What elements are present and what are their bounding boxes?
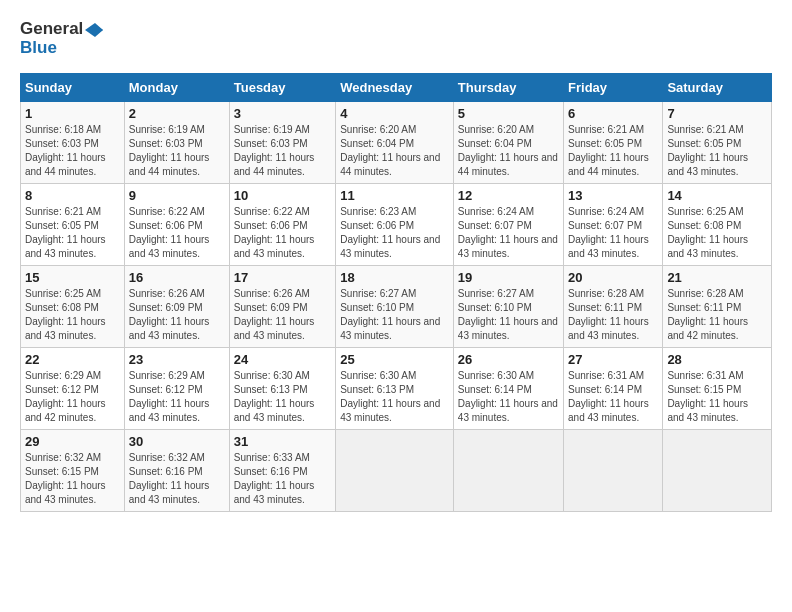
day-info: Sunrise: 6:33 AMSunset: 6:16 PMDaylight:… — [234, 451, 331, 507]
day-number: 14 — [667, 188, 767, 203]
day-number: 28 — [667, 352, 767, 367]
day-info: Sunrise: 6:20 AMSunset: 6:04 PMDaylight:… — [340, 123, 449, 179]
day-number: 24 — [234, 352, 331, 367]
calendar-cell: 21Sunrise: 6:28 AMSunset: 6:11 PMDayligh… — [663, 266, 772, 348]
calendar-cell: 15Sunrise: 6:25 AMSunset: 6:08 PMDayligh… — [21, 266, 125, 348]
day-number: 19 — [458, 270, 559, 285]
day-info: Sunrise: 6:30 AMSunset: 6:13 PMDaylight:… — [340, 369, 449, 425]
calendar-cell — [336, 430, 454, 512]
logo-general: General — [20, 20, 103, 39]
calendar-week-2: 8Sunrise: 6:21 AMSunset: 6:05 PMDaylight… — [21, 184, 772, 266]
day-info: Sunrise: 6:28 AMSunset: 6:11 PMDaylight:… — [568, 287, 658, 343]
calendar-cell: 24Sunrise: 6:30 AMSunset: 6:13 PMDayligh… — [229, 348, 335, 430]
calendar-table: SundayMondayTuesdayWednesdayThursdayFrid… — [20, 73, 772, 512]
day-info: Sunrise: 6:29 AMSunset: 6:12 PMDaylight:… — [129, 369, 225, 425]
day-info: Sunrise: 6:23 AMSunset: 6:06 PMDaylight:… — [340, 205, 449, 261]
page-header: General Blue — [20, 20, 772, 57]
day-info: Sunrise: 6:31 AMSunset: 6:14 PMDaylight:… — [568, 369, 658, 425]
calendar-week-3: 15Sunrise: 6:25 AMSunset: 6:08 PMDayligh… — [21, 266, 772, 348]
day-info: Sunrise: 6:19 AMSunset: 6:03 PMDaylight:… — [234, 123, 331, 179]
day-info: Sunrise: 6:24 AMSunset: 6:07 PMDaylight:… — [458, 205, 559, 261]
header-tuesday: Tuesday — [229, 74, 335, 102]
day-number: 5 — [458, 106, 559, 121]
day-info: Sunrise: 6:32 AMSunset: 6:16 PMDaylight:… — [129, 451, 225, 507]
day-info: Sunrise: 6:24 AMSunset: 6:07 PMDaylight:… — [568, 205, 658, 261]
calendar-cell: 2Sunrise: 6:19 AMSunset: 6:03 PMDaylight… — [124, 102, 229, 184]
calendar-cell: 3Sunrise: 6:19 AMSunset: 6:03 PMDaylight… — [229, 102, 335, 184]
day-number: 12 — [458, 188, 559, 203]
calendar-cell: 19Sunrise: 6:27 AMSunset: 6:10 PMDayligh… — [453, 266, 563, 348]
day-number: 21 — [667, 270, 767, 285]
day-number: 7 — [667, 106, 767, 121]
day-info: Sunrise: 6:31 AMSunset: 6:15 PMDaylight:… — [667, 369, 767, 425]
day-number: 30 — [129, 434, 225, 449]
day-number: 17 — [234, 270, 331, 285]
day-info: Sunrise: 6:29 AMSunset: 6:12 PMDaylight:… — [25, 369, 120, 425]
calendar-cell: 10Sunrise: 6:22 AMSunset: 6:06 PMDayligh… — [229, 184, 335, 266]
day-info: Sunrise: 6:21 AMSunset: 6:05 PMDaylight:… — [667, 123, 767, 179]
day-number: 27 — [568, 352, 658, 367]
header-thursday: Thursday — [453, 74, 563, 102]
calendar-week-5: 29Sunrise: 6:32 AMSunset: 6:15 PMDayligh… — [21, 430, 772, 512]
day-info: Sunrise: 6:26 AMSunset: 6:09 PMDaylight:… — [234, 287, 331, 343]
day-number: 6 — [568, 106, 658, 121]
day-number: 4 — [340, 106, 449, 121]
header-sunday: Sunday — [21, 74, 125, 102]
calendar-week-4: 22Sunrise: 6:29 AMSunset: 6:12 PMDayligh… — [21, 348, 772, 430]
day-info: Sunrise: 6:27 AMSunset: 6:10 PMDaylight:… — [340, 287, 449, 343]
day-info: Sunrise: 6:27 AMSunset: 6:10 PMDaylight:… — [458, 287, 559, 343]
calendar-cell: 4Sunrise: 6:20 AMSunset: 6:04 PMDaylight… — [336, 102, 454, 184]
day-number: 31 — [234, 434, 331, 449]
calendar-cell: 28Sunrise: 6:31 AMSunset: 6:15 PMDayligh… — [663, 348, 772, 430]
header-wednesday: Wednesday — [336, 74, 454, 102]
header-friday: Friday — [564, 74, 663, 102]
day-info: Sunrise: 6:19 AMSunset: 6:03 PMDaylight:… — [129, 123, 225, 179]
logo-mark: General Blue — [20, 20, 103, 57]
calendar-cell: 9Sunrise: 6:22 AMSunset: 6:06 PMDaylight… — [124, 184, 229, 266]
day-info: Sunrise: 6:30 AMSunset: 6:14 PMDaylight:… — [458, 369, 559, 425]
day-number: 9 — [129, 188, 225, 203]
calendar-cell: 6Sunrise: 6:21 AMSunset: 6:05 PMDaylight… — [564, 102, 663, 184]
calendar-cell: 16Sunrise: 6:26 AMSunset: 6:09 PMDayligh… — [124, 266, 229, 348]
calendar-cell: 8Sunrise: 6:21 AMSunset: 6:05 PMDaylight… — [21, 184, 125, 266]
calendar-cell: 5Sunrise: 6:20 AMSunset: 6:04 PMDaylight… — [453, 102, 563, 184]
day-info: Sunrise: 6:22 AMSunset: 6:06 PMDaylight:… — [234, 205, 331, 261]
logo: General Blue — [20, 20, 103, 57]
calendar-cell: 22Sunrise: 6:29 AMSunset: 6:12 PMDayligh… — [21, 348, 125, 430]
calendar-cell: 29Sunrise: 6:32 AMSunset: 6:15 PMDayligh… — [21, 430, 125, 512]
calendar-cell: 17Sunrise: 6:26 AMSunset: 6:09 PMDayligh… — [229, 266, 335, 348]
day-number: 15 — [25, 270, 120, 285]
day-number: 23 — [129, 352, 225, 367]
day-info: Sunrise: 6:22 AMSunset: 6:06 PMDaylight:… — [129, 205, 225, 261]
calendar-cell: 18Sunrise: 6:27 AMSunset: 6:10 PMDayligh… — [336, 266, 454, 348]
day-number: 25 — [340, 352, 449, 367]
day-number: 10 — [234, 188, 331, 203]
day-number: 13 — [568, 188, 658, 203]
day-number: 22 — [25, 352, 120, 367]
calendar-week-1: 1Sunrise: 6:18 AMSunset: 6:03 PMDaylight… — [21, 102, 772, 184]
calendar-cell: 1Sunrise: 6:18 AMSunset: 6:03 PMDaylight… — [21, 102, 125, 184]
calendar-cell: 23Sunrise: 6:29 AMSunset: 6:12 PMDayligh… — [124, 348, 229, 430]
calendar-cell: 13Sunrise: 6:24 AMSunset: 6:07 PMDayligh… — [564, 184, 663, 266]
calendar-cell: 30Sunrise: 6:32 AMSunset: 6:16 PMDayligh… — [124, 430, 229, 512]
calendar-cell: 14Sunrise: 6:25 AMSunset: 6:08 PMDayligh… — [663, 184, 772, 266]
day-number: 3 — [234, 106, 331, 121]
day-info: Sunrise: 6:30 AMSunset: 6:13 PMDaylight:… — [234, 369, 331, 425]
day-info: Sunrise: 6:25 AMSunset: 6:08 PMDaylight:… — [667, 205, 767, 261]
day-number: 26 — [458, 352, 559, 367]
day-number: 20 — [568, 270, 658, 285]
calendar-cell: 7Sunrise: 6:21 AMSunset: 6:05 PMDaylight… — [663, 102, 772, 184]
calendar-cell — [564, 430, 663, 512]
calendar-cell: 12Sunrise: 6:24 AMSunset: 6:07 PMDayligh… — [453, 184, 563, 266]
day-info: Sunrise: 6:25 AMSunset: 6:08 PMDaylight:… — [25, 287, 120, 343]
day-number: 11 — [340, 188, 449, 203]
day-number: 18 — [340, 270, 449, 285]
day-info: Sunrise: 6:28 AMSunset: 6:11 PMDaylight:… — [667, 287, 767, 343]
logo-blue: Blue — [20, 39, 103, 58]
day-number: 16 — [129, 270, 225, 285]
calendar-cell: 20Sunrise: 6:28 AMSunset: 6:11 PMDayligh… — [564, 266, 663, 348]
calendar-cell: 11Sunrise: 6:23 AMSunset: 6:06 PMDayligh… — [336, 184, 454, 266]
header-monday: Monday — [124, 74, 229, 102]
calendar-cell — [453, 430, 563, 512]
day-info: Sunrise: 6:32 AMSunset: 6:15 PMDaylight:… — [25, 451, 120, 507]
